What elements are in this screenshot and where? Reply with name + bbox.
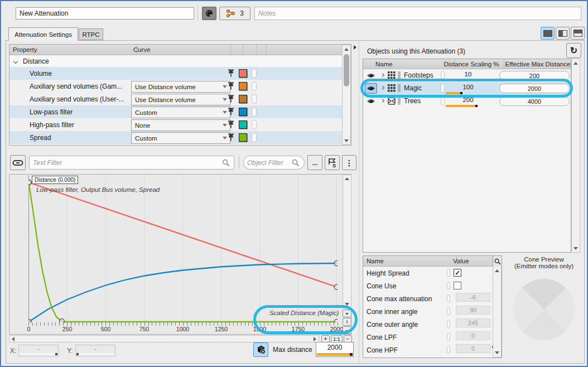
property-row-high-pass[interactable]: High-pass filter None (9, 118, 342, 131)
row-drag-handle[interactable] (252, 133, 257, 142)
curve-mode-dropdown[interactable]: Custom (131, 107, 230, 118)
cone-preview-circle[interactable] (513, 279, 575, 340)
cone-use-checkbox[interactable] (454, 282, 461, 289)
layout-two-column-button[interactable] (556, 27, 570, 40)
column-header-effective-max-distance[interactable]: Effective Max Distance (497, 59, 571, 69)
object-filter-input[interactable]: Object Filter (243, 156, 305, 170)
link-curves-button[interactable] (10, 155, 26, 170)
curve-color-swatch[interactable] (239, 95, 247, 103)
scroll-up-button[interactable] (343, 175, 351, 182)
property-row-low-pass[interactable]: Low-pass filter Custom (9, 105, 342, 118)
tab-attenuation-settings[interactable]: Attenuation Settings (8, 27, 78, 41)
pin-icon[interactable] (226, 94, 235, 103)
splitter-collapse-arrow-icon[interactable] (354, 45, 356, 50)
cone-row-height-spread[interactable]: Height Spread ✓ (363, 267, 492, 279)
notes-input[interactable]: Notes (254, 7, 581, 20)
tab-rtpc[interactable]: RTPC (79, 28, 103, 40)
curve-color-swatch[interactable] (239, 108, 247, 116)
object-row-trees[interactable]: Trees 200 4000 (363, 95, 571, 108)
y-coordinate-input[interactable]: - (75, 345, 115, 356)
property-row-aux-user[interactable]: Auxiliary send volumes (User-... Use Dis… (9, 93, 342, 105)
distance-scaling-value[interactable]: 10 (439, 71, 497, 78)
vertical-splitter[interactable] (359, 40, 359, 363)
layout-two-row-button[interactable] (571, 27, 585, 40)
scrollbar-thumb[interactable] (344, 54, 349, 86)
scroll-down-button[interactable] (343, 137, 350, 144)
pin-icon[interactable] (226, 120, 235, 129)
cone-row-inner-angle[interactable]: Cone inner angle 90 (363, 305, 492, 318)
cone-max-attenuation-input[interactable]: -6 (456, 293, 490, 302)
visibility-eye-button[interactable] (365, 70, 377, 81)
cone-row-hpf[interactable]: Cone HPF 0 (363, 344, 492, 356)
cone-row-outer-angle[interactable]: Cone outer angle 245 (363, 318, 492, 331)
column-header-name[interactable]: Name (363, 256, 457, 266)
collapse-chevron-icon[interactable] (13, 59, 18, 63)
game-object-preview-button[interactable] (253, 342, 268, 357)
graph-vertical-scrollbar[interactable] (343, 175, 351, 308)
v-zoom-out-button[interactable]: − (343, 326, 351, 334)
row-drag-handle[interactable] (252, 81, 257, 91)
pin-icon[interactable] (226, 69, 235, 78)
curve-color-swatch[interactable] (239, 82, 247, 90)
graph-horizontal-scrollbar[interactable] (9, 335, 319, 342)
scroll-down-button[interactable] (493, 349, 501, 356)
attenuation-curve-graph[interactable]: 025050075010001250150017502000 Distance … (9, 174, 351, 335)
curve-color-swatch[interactable] (239, 133, 247, 142)
cone-row-cone-use[interactable]: Cone Use (363, 279, 492, 292)
x-slider-track[interactable] (20, 353, 57, 355)
x-coordinate-input[interactable]: - (18, 345, 59, 356)
column-header-property[interactable]: Property (9, 45, 137, 55)
row-drag-handle[interactable] (252, 94, 257, 104)
color-palette-button[interactable] (202, 7, 216, 20)
property-row-aux-game[interactable]: Auxiliary send volumes (Gam... Use Dista… (9, 80, 342, 93)
distance-scaling-value[interactable]: 100 (439, 84, 497, 90)
y-slider-track[interactable] (76, 353, 114, 355)
layout-single-pane-button[interactable] (541, 27, 555, 40)
column-header-distance-scaling[interactable]: Distance Scaling % (439, 59, 504, 69)
expander-chevron-icon[interactable] (380, 99, 384, 103)
visibility-eye-button-active[interactable] (365, 83, 377, 94)
show-soloed-button[interactable]: S (325, 155, 340, 170)
text-filter-input[interactable]: Text Filter (29, 156, 234, 170)
column-header-curve[interactable]: Curve (130, 45, 231, 55)
column-header-handle[interactable] (249, 45, 267, 55)
curve-color-swatch[interactable] (239, 120, 247, 129)
row-drag-handle[interactable] (252, 69, 257, 78)
curve-mode-dropdown[interactable]: Use Distance volume (131, 81, 230, 93)
height-spread-checkbox[interactable]: ✓ (454, 269, 461, 277)
pin-icon[interactable] (226, 81, 235, 90)
row-drag-handle[interactable] (252, 107, 257, 117)
max-distance-input[interactable]: 2000 (316, 342, 354, 357)
scroll-down-button[interactable] (572, 244, 580, 252)
refresh-button[interactable]: ↻ (566, 43, 581, 58)
curve-mode-dropdown[interactable]: Custom (131, 132, 230, 144)
curve-mode-dropdown[interactable]: None (131, 119, 230, 131)
cone-row-lpf[interactable]: Cone LPF 0 (363, 331, 492, 344)
attenuation-name-input[interactable]: New Attenuation (16, 7, 194, 20)
scroll-left-button[interactable] (9, 336, 17, 342)
cone-table-scrollbar[interactable] (493, 267, 502, 358)
object-row-magic[interactable]: Magic 100 2000 (363, 82, 571, 95)
cone-outer-angle-input[interactable]: 245 (456, 318, 490, 327)
pin-icon[interactable] (226, 107, 235, 116)
scroll-up-button[interactable] (572, 59, 580, 67)
property-row-volume[interactable]: Volume (9, 67, 342, 80)
scroll-up-button[interactable] (343, 45, 350, 53)
row-drag-handle[interactable] (252, 120, 257, 129)
scroll-down-button[interactable] (343, 301, 351, 308)
cone-hpf-input[interactable]: 0 (456, 344, 490, 353)
object-row-footsteps[interactable]: Footsteps 10 200 (363, 69, 571, 82)
cone-inner-angle-input[interactable]: 90 (456, 306, 490, 315)
filter-more-button[interactable]: ... (307, 155, 322, 170)
graph-menu-button[interactable]: ⋮ (342, 155, 356, 170)
scroll-up-button[interactable] (493, 267, 501, 274)
effective-max-distance-value[interactable]: 200 (499, 71, 570, 80)
attenuation-curves-plot[interactable] (28, 175, 338, 323)
property-search-button[interactable] (493, 256, 502, 267)
cone-row-max-attenuation[interactable]: Cone max attenuation -6 (363, 292, 492, 305)
property-group-row-distance[interactable]: Distance (9, 55, 351, 67)
objects-table-scrollbar[interactable] (571, 59, 580, 253)
max-distance-slider[interactable] (317, 353, 353, 356)
pin-icon[interactable] (226, 133, 235, 142)
references-button[interactable]: 3 (219, 7, 250, 20)
